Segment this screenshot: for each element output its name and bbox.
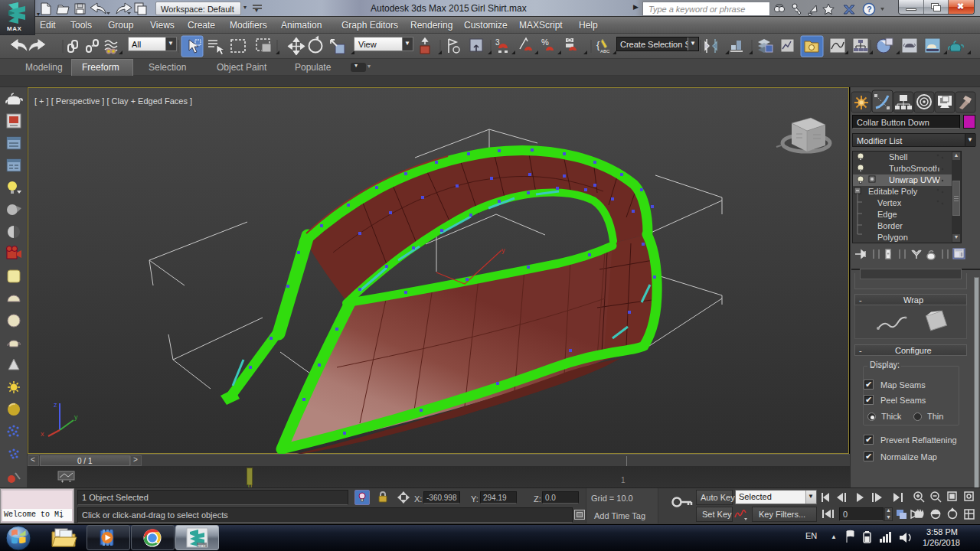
svg-text:x: x <box>41 430 44 438</box>
svg-text:y: y <box>501 246 505 254</box>
svg-text:y: y <box>74 413 78 421</box>
svg-text:z: z <box>54 401 57 409</box>
svg-text:max: max <box>198 543 206 548</box>
